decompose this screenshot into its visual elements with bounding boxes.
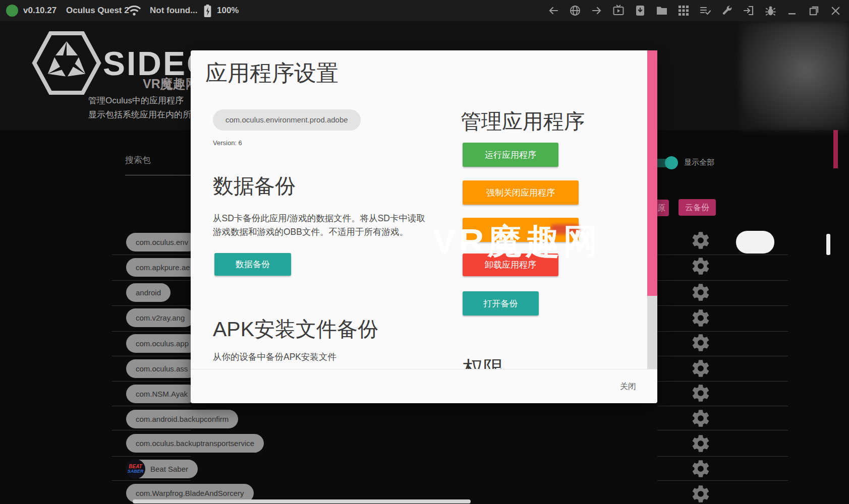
beat-saber-app-icon: BEAT SABER: [126, 459, 145, 479]
force-close-app-button[interactable]: 强制关闭应用程序: [463, 180, 579, 205]
title-bar: v0.10.27 Oculus Quest 2 Not found... 100…: [0, 0, 849, 21]
maximize-icon[interactable]: [807, 4, 820, 17]
row-divider: [657, 280, 788, 281]
blurred-artwork: [741, 22, 849, 130]
row-divider: [112, 255, 191, 255]
modal-title: 应用程序设置: [205, 58, 338, 88]
package-chip-label: Beat Saber: [150, 465, 188, 473]
permissions-heading-clipped: 权限: [463, 355, 563, 369]
row-divider: [657, 255, 788, 255]
row-divider: [112, 480, 191, 481]
package-chip[interactable]: com.oculus.env: [126, 233, 198, 251]
package-chip[interactable]: com.NSM.Ayak: [126, 385, 197, 403]
version-text: Version: 6: [213, 139, 242, 147]
tools-wrench-icon[interactable]: [720, 4, 733, 17]
modal-close-button[interactable]: 关闭: [620, 369, 636, 404]
tagline-line2: 显示包括系统应用在内的所: [88, 109, 191, 120]
background-white-pill: [736, 231, 774, 254]
app-settings-gear-icon[interactable]: [691, 408, 711, 428]
row-divider: [112, 331, 191, 332]
window-toolbar: [547, 0, 842, 21]
modal-footer: 关闭: [191, 369, 657, 403]
files-folder-icon[interactable]: [655, 4, 668, 17]
data-backup-desc-line1: 从SD卡备份此应用/游戏的数据文件。将从SD卡中读取: [213, 212, 425, 225]
page-scrollbar-fragment: [833, 130, 838, 168]
package-chip[interactable]: android: [126, 283, 171, 302]
show-all-toggle-thumb[interactable]: [665, 156, 678, 169]
device-name: Oculus Quest 2: [66, 6, 129, 16]
package-chip-beat-saber[interactable]: BEAT SABER Beat Saber: [126, 460, 198, 478]
row-divider: [657, 430, 788, 430]
app-settings-modal: 应用程序设置 com.oculus.environment.prod.adobe…: [191, 50, 657, 403]
sidequest-logo-icon: [31, 30, 102, 98]
data-backup-button[interactable]: 数据备份: [214, 253, 291, 276]
close-icon[interactable]: [829, 4, 842, 17]
search-underline: [125, 175, 191, 175]
vr-moqu-badge: VR魔趣网: [143, 76, 198, 92]
horizontal-scrollbar[interactable]: [133, 499, 471, 503]
package-chip[interactable]: com.apkpure.ae: [126, 258, 200, 277]
row-divider: [657, 331, 788, 332]
show-all-label: 显示全部: [684, 158, 714, 167]
app-settings-gear-icon[interactable]: [691, 308, 711, 328]
row-divider: [657, 406, 788, 406]
package-chip[interactable]: com.oculus.app: [126, 334, 198, 353]
row-divider: [657, 480, 788, 481]
row-divider: [112, 456, 191, 457]
row-divider: [112, 280, 191, 281]
app-version: v0.10.27: [23, 6, 56, 16]
app-settings-gear-icon[interactable]: [691, 230, 711, 250]
row-divider: [657, 356, 788, 356]
obscured-button-text-fragment: [551, 224, 579, 234]
package-chip[interactable]: com.android.backupconfirm: [126, 410, 238, 428]
apps-grid-icon[interactable]: [677, 4, 690, 17]
wifi-icon: [127, 5, 141, 18]
search-packages-input[interactable]: 搜索包: [125, 154, 151, 166]
debug-bug-icon[interactable]: [764, 4, 777, 17]
stream-tv-icon[interactable]: [612, 4, 625, 17]
tagline-line1: 管理Oculus中的应用程序: [88, 95, 184, 106]
wifi-status-text: Not found...: [150, 6, 197, 16]
apk-backup-heading: APK安装文件备份: [213, 316, 378, 343]
battery-icon: [204, 5, 211, 19]
modal-scrollbar-track[interactable]: [647, 50, 657, 369]
uninstall-app-button[interactable]: 卸载应用程序: [463, 254, 558, 276]
row-divider: [112, 305, 191, 306]
manage-app-heading: 管理应用程序: [461, 108, 585, 136]
app-settings-gear-icon[interactable]: [691, 484, 711, 504]
app-settings-gear-icon[interactable]: [691, 383, 711, 403]
package-name-chip: com.oculus.environment.prod.adobe: [213, 109, 361, 131]
globe-icon[interactable]: [569, 4, 582, 17]
forward-arrow-icon[interactable]: [590, 4, 603, 17]
app-settings-gear-icon[interactable]: [691, 333, 711, 353]
install-apk-icon[interactable]: [634, 4, 647, 17]
app-settings-gear-icon[interactable]: [691, 433, 711, 454]
package-chip[interactable]: com.v2ray.ang: [126, 308, 194, 327]
data-backup-desc-line2: 游戏数据和游戏的OBB文件。不适用于所有游戏。: [213, 225, 425, 239]
row-divider: [112, 356, 191, 356]
package-chip[interactable]: com.oculus.backuptransportservice: [126, 434, 264, 453]
row-divider: [112, 430, 191, 430]
connection-status-dot: [6, 5, 18, 17]
app-settings-gear-icon[interactable]: [691, 459, 711, 479]
package-chip[interactable]: com.oculus.ass: [126, 359, 197, 378]
apk-backup-description: 从你的设备中备份APK安装文件: [213, 351, 336, 363]
minimize-icon[interactable]: [785, 4, 799, 17]
cloud-backup-button[interactable]: 云备份: [678, 199, 716, 216]
app-settings-gear-icon[interactable]: [691, 256, 711, 276]
data-backup-heading: 数据备份: [213, 172, 296, 200]
run-app-button[interactable]: 运行应用程序: [463, 143, 558, 167]
row-divider: [657, 305, 788, 306]
row-divider: [657, 456, 788, 457]
row-divider: [112, 406, 191, 406]
app-settings-gear-icon[interactable]: [691, 282, 711, 302]
back-arrow-icon[interactable]: [547, 4, 560, 17]
row-divider: [657, 381, 788, 382]
open-backup-button[interactable]: 打开备份: [463, 291, 539, 316]
permissions-heading: 权限: [463, 355, 563, 369]
exit-app-icon[interactable]: [742, 4, 755, 17]
modal-scrollbar-thumb[interactable]: [647, 50, 657, 296]
app-settings-gear-icon[interactable]: [691, 358, 711, 379]
tasks-list-icon[interactable]: [699, 4, 712, 17]
data-backup-description: 从SD卡备份此应用/游戏的数据文件。将从SD卡中读取 游戏数据和游戏的OBB文件…: [213, 212, 425, 239]
